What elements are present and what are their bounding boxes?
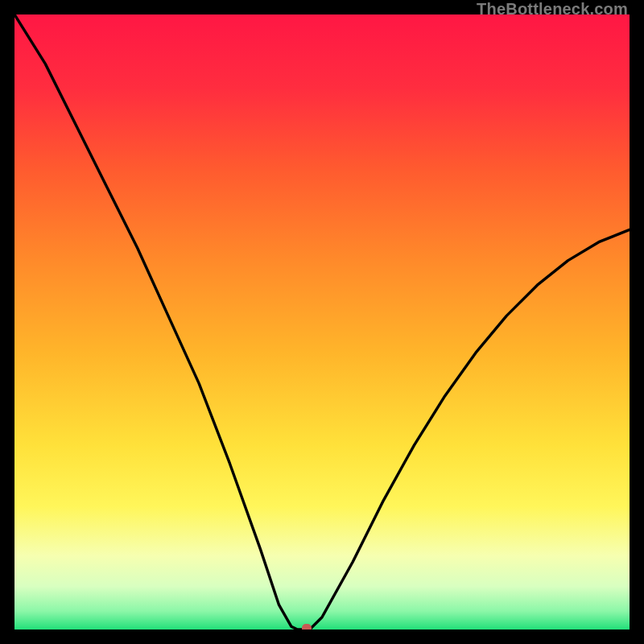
optimum-marker-icon xyxy=(302,624,312,630)
chart-frame: TheBottleneck.com xyxy=(0,0,644,644)
plot-area xyxy=(14,14,630,630)
bottleneck-curve xyxy=(14,14,630,630)
